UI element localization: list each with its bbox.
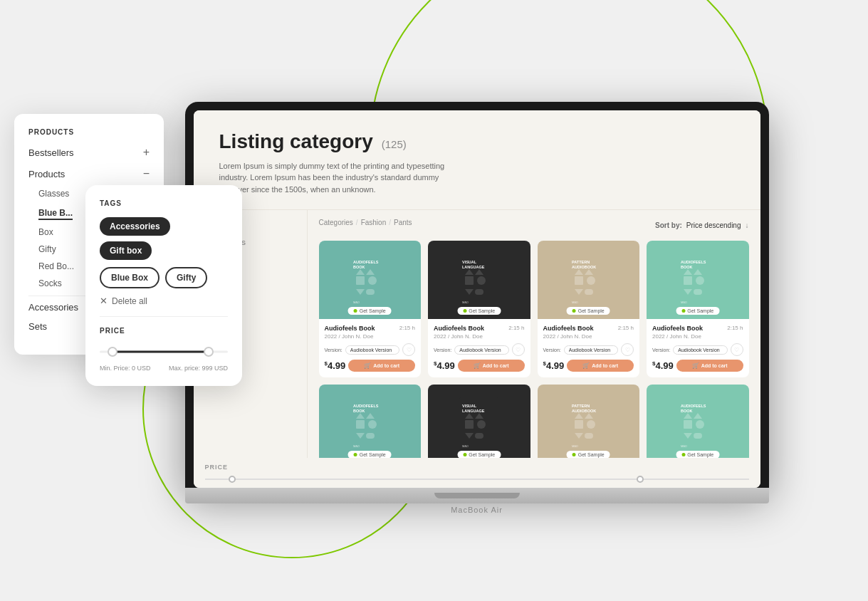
product-card-6: NEW PATTERN AUDIOBOOK MAD Get Sample	[538, 385, 640, 458]
laptop-thumb-right[interactable]	[637, 476, 644, 483]
tag-accessories[interactable]: Accessories	[100, 217, 170, 236]
get-sample-dot-4	[354, 453, 357, 456]
get-sample-btn-1[interactable]: Get Sample	[457, 307, 501, 315]
product-info-3: Audiofeels Book 2:15 h 2022 / John N. Do…	[647, 319, 749, 377]
product-meta-1: 2022 / John N. Doe	[434, 333, 525, 340]
add-to-cart-btn-0[interactable]: 🛒 Add to cart	[348, 360, 415, 372]
sidebar-item-bestsellers[interactable]: Bestsellers +	[28, 146, 150, 159]
sidebar-sub-bluebox[interactable]: Blue B...	[38, 208, 73, 220]
svg-text:MAD: MAD	[462, 300, 469, 304]
svg-text:PATTERN: PATTERN	[572, 404, 590, 408]
version-select-1[interactable]: Audiobook Version	[454, 345, 508, 355]
get-sample-label-2: Get Sample	[578, 308, 605, 313]
delete-all-row[interactable]: ✕ Delete all	[100, 296, 228, 306]
get-sample-btn-6[interactable]: Get Sample	[567, 451, 610, 458]
wishlist-btn-0[interactable]: ♡	[402, 343, 415, 356]
svg-rect-55	[465, 420, 474, 429]
product-duration-3: 2:15 h	[727, 325, 743, 331]
product-card-0: NEW AUDIOFEELS BOOK MAD Get Sample	[319, 241, 422, 377]
get-sample-label-1: Get Sample	[469, 308, 495, 313]
tags-section-title: TAGS	[100, 199, 228, 207]
get-sample-dot-3	[681, 309, 685, 313]
svg-rect-28	[585, 289, 593, 295]
get-sample-btn-4[interactable]: Get Sample	[348, 451, 392, 458]
get-sample-btn-5[interactable]: Get Sample	[457, 451, 501, 458]
svg-rect-78	[694, 433, 702, 439]
wishlist-btn-1[interactable]: ♡	[512, 343, 525, 356]
cart-icon-2: 🛒	[582, 362, 590, 369]
laptop-brand: MacBook Air	[185, 506, 769, 514]
product-name-row-3: Audiofeels Book 2:15 h	[652, 325, 743, 332]
version-select-2[interactable]: Audiobook Version	[564, 345, 618, 355]
sort-value[interactable]: Price descending	[686, 221, 741, 229]
version-select-3[interactable]: Audiobook Version	[673, 345, 727, 355]
get-sample-btn-2[interactable]: Get Sample	[567, 307, 610, 315]
wishlist-btn-2[interactable]: ♡	[621, 343, 634, 356]
svg-text:AUDIOBOOK: AUDIOBOOK	[572, 265, 596, 269]
svg-rect-18	[475, 289, 483, 295]
breadcrumb-categories[interactable]: Categories	[319, 219, 353, 226]
title-row: Listing category (125)	[219, 130, 735, 153]
product-image-0: AUDIOFEELS BOOK MAD Get Sample	[319, 241, 422, 319]
tags-outline-row: Blue Box Gifty	[100, 267, 228, 288]
breadcrumb-fashion[interactable]: Fashion	[361, 219, 387, 226]
get-sample-btn-3[interactable]: Get Sample	[676, 307, 719, 315]
version-select-0[interactable]: Audiobook Version	[345, 345, 399, 355]
product-duration-0: 2:15 h	[399, 325, 415, 331]
tag-giftbox[interactable]: Gift box	[100, 241, 152, 260]
add-to-cart-btn-3[interactable]: 🛒 Add to cart	[676, 360, 743, 372]
product-price-2: $4.99	[543, 360, 565, 371]
add-to-cart-btn-2[interactable]: 🛒 Add to cart	[567, 360, 634, 372]
product-meta-0: 2022 / John N. Doe	[325, 333, 416, 340]
wishlist-icon-2: ♡	[625, 347, 630, 353]
svg-point-6	[368, 276, 377, 285]
price-slider[interactable]	[100, 345, 228, 359]
sidebar-item-products[interactable]: Products −	[28, 167, 150, 180]
laptop-price-slider[interactable]	[205, 474, 749, 485]
tag-gifty[interactable]: Gifty	[165, 267, 207, 288]
version-row-1: Version: Audiobook Version ♡	[434, 343, 525, 356]
wishlist-icon-0: ♡	[407, 347, 412, 353]
svg-rect-8	[366, 289, 375, 295]
svg-text:MAD: MAD	[462, 444, 469, 448]
breadcrumb-pants[interactable]: Pants	[394, 219, 412, 226]
svg-text:MAD: MAD	[681, 444, 687, 448]
product-image-7: AUDIOFEELS BOOK MAD Get Sample	[647, 385, 749, 458]
price-cart-row-0: $4.99 🛒 Add to cart	[325, 360, 416, 372]
get-sample-btn-7[interactable]: Get Sample	[676, 451, 719, 458]
sort-bar: Sort by: Price descending ↓	[655, 221, 749, 229]
product-card-4: NEW AUDIOFEELS BOOK MAD Get Sample	[319, 385, 422, 458]
svg-text:LANGUAGE: LANGUAGE	[462, 265, 485, 269]
svg-point-76	[696, 420, 704, 429]
wishlist-icon-1: ♡	[516, 347, 521, 353]
get-sample-btn-0[interactable]: Get Sample	[348, 307, 392, 315]
product-image-2: PATTERN AUDIOBOOK MAD Get Sample	[538, 241, 640, 319]
wishlist-icon-3: ♡	[734, 347, 739, 353]
svg-text:MAD: MAD	[353, 300, 360, 304]
version-label-3: Version:	[652, 347, 670, 352]
svg-text:MAD: MAD	[353, 444, 360, 448]
tag-bluebox[interactable]: Blue Box	[100, 267, 160, 288]
wishlist-btn-3[interactable]: ♡	[731, 343, 743, 356]
laptop-screen: Listing category (125) Lorem Ipsum is si…	[194, 110, 760, 488]
product-image-5: VISUAL LANGUAGE MAD Get Sample	[428, 385, 530, 458]
price-thumb-min[interactable]	[108, 347, 117, 357]
sidebar-section-title: PRODUCTS	[28, 128, 150, 136]
laptop-price-label: PRICE	[205, 458, 749, 474]
products-area: Categories / Fashion / Pants Sort by: Pr…	[308, 210, 760, 458]
svg-text:BOOK: BOOK	[681, 265, 693, 269]
add-to-cart-label-0: Add to cart	[373, 363, 399, 368]
plus-icon: +	[143, 146, 150, 159]
minus-icon: −	[143, 167, 150, 180]
price-section-title: PRICE	[100, 327, 228, 335]
add-to-cart-label-2: Add to cart	[592, 363, 618, 368]
page-description: Lorem Ipsum is simply dummy text of the …	[219, 160, 447, 196]
price-thumb-max[interactable]	[204, 347, 214, 357]
laptop-thumb-left[interactable]	[229, 476, 236, 483]
add-to-cart-btn-1[interactable]: 🛒 Add to cart	[458, 360, 525, 372]
svg-rect-48	[366, 433, 375, 439]
page-count: (125)	[382, 138, 407, 150]
product-card-5: NEW VISUAL LANGUAGE MAD Get Sample	[428, 385, 530, 458]
get-sample-label-5: Get Sample	[469, 452, 495, 457]
price-max-label: Max. price: 999 USD	[169, 365, 228, 372]
